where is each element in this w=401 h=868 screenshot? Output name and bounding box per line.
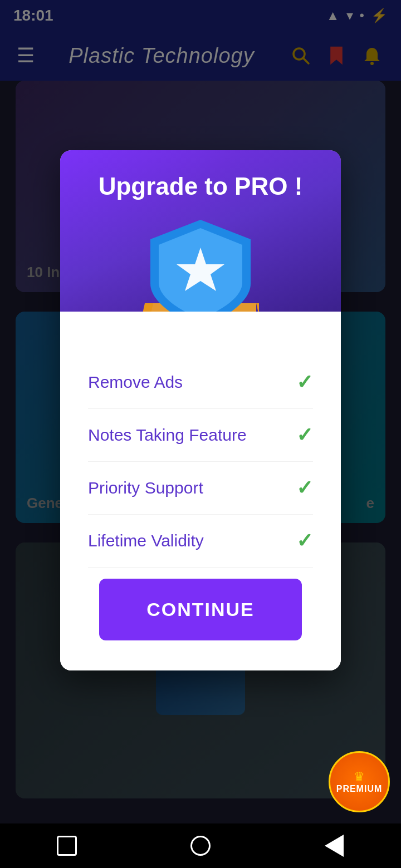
premium-badge: ♛ PREMIUM bbox=[329, 751, 390, 812]
feature-remove-ads-label: Remove Ads bbox=[88, 373, 183, 392]
svg-marker-5 bbox=[142, 303, 153, 312]
svg-marker-6 bbox=[256, 303, 259, 312]
feature-lifetime-validity-label: Lifetime Validity bbox=[88, 531, 204, 550]
feature-lifetime-validity-check: ✓ bbox=[296, 529, 313, 553]
premium-text: PREMIUM bbox=[336, 784, 383, 794]
feature-remove-ads: Remove Ads ✓ bbox=[88, 356, 313, 409]
modal-body: Remove Ads ✓ Notes Taking Feature ✓ Prio… bbox=[60, 312, 341, 670]
back-icon bbox=[325, 835, 344, 857]
circle-icon bbox=[190, 836, 211, 856]
back-button[interactable] bbox=[320, 832, 348, 860]
bottom-nav bbox=[0, 823, 401, 868]
modal-title: Upgrade to PRO ! bbox=[60, 172, 341, 200]
home-button[interactable] bbox=[53, 832, 81, 860]
recents-button[interactable] bbox=[187, 832, 214, 860]
square-icon bbox=[57, 836, 77, 856]
premium-crown-icon: ♛ bbox=[354, 770, 365, 784]
feature-priority-support-check: ✓ bbox=[296, 476, 313, 500]
feature-notes-taking-label: Notes Taking Feature bbox=[88, 426, 247, 445]
feature-priority-support-label: Priority Support bbox=[88, 479, 203, 497]
feature-remove-ads-check: ✓ bbox=[296, 371, 313, 394]
shield-svg bbox=[142, 217, 259, 312]
continue-button[interactable]: CONTINUE bbox=[99, 579, 302, 640]
modal-header: Upgrade to PRO ! bbox=[60, 150, 341, 312]
pro-badge bbox=[142, 217, 259, 312]
feature-priority-support: Priority Support ✓ bbox=[88, 462, 313, 515]
feature-lifetime-validity: Lifetime Validity ✓ bbox=[88, 515, 313, 568]
feature-notes-taking: Notes Taking Feature ✓ bbox=[88, 409, 313, 462]
upgrade-modal: Upgrade to PRO ! bbox=[60, 150, 341, 670]
feature-notes-taking-check: ✓ bbox=[296, 423, 313, 447]
